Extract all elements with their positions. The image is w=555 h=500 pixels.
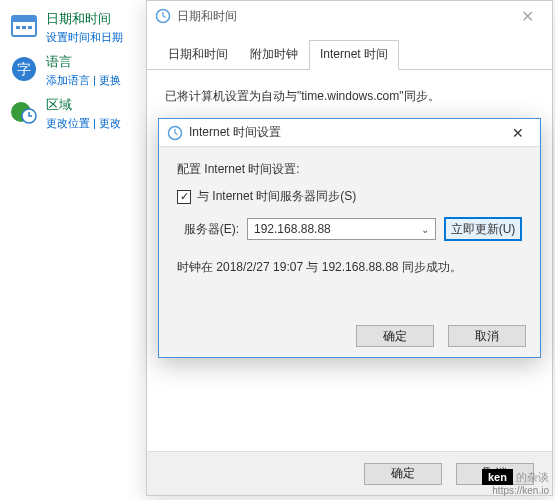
globe-clock-icon: [8, 96, 40, 128]
watermark-text: 的杂谈: [513, 471, 549, 483]
ok-button[interactable]: 确定: [364, 463, 442, 485]
clock-icon: [167, 125, 183, 141]
watermark-url: https://ken.io: [482, 485, 549, 496]
tab-content: 已将计算机设置为自动与"time.windows.com"同步。: [147, 70, 552, 105]
svg-rect-2: [16, 26, 20, 29]
control-panel-categories: 日期和时间 设置时间和日期 字 语言 添加语言 | 更换 区域 更改位置 | 更…: [8, 10, 143, 139]
cancel-button[interactable]: 取消: [448, 325, 526, 347]
tab-datetime[interactable]: 日期和时间: [157, 40, 239, 70]
sidebar-item-datetime[interactable]: 日期和时间 设置时间和日期: [8, 10, 143, 45]
inner-dialog-title: Internet 时间设置: [189, 124, 281, 141]
sync-info-text: 已将计算机设置为自动与"time.windows.com"同步。: [165, 88, 534, 105]
server-combobox[interactable]: 192.168.88.88 ⌄: [247, 218, 436, 240]
svg-rect-4: [28, 26, 32, 29]
sidebar-item-language[interactable]: 字 语言 添加语言 | 更换: [8, 53, 143, 88]
sidebar-link[interactable]: 添加语言 | 更换: [46, 73, 121, 88]
update-now-button[interactable]: 立即更新(U): [444, 217, 522, 241]
ok-button[interactable]: 确定: [356, 325, 434, 347]
close-icon[interactable]: ✕: [511, 3, 544, 30]
svg-text:字: 字: [17, 61, 31, 77]
calendar-icon: [8, 10, 40, 42]
internet-time-settings-dialog: Internet 时间设置 ✕ 配置 Internet 时间设置: ✓ 与 In…: [158, 118, 541, 358]
titlebar[interactable]: Internet 时间设置 ✕: [159, 119, 540, 147]
tab-bar: 日期和时间 附加时钟 Internet 时间: [147, 35, 552, 70]
checkbox-label: 与 Internet 时间服务器同步(S): [197, 188, 356, 205]
clock-icon: [155, 8, 171, 24]
sidebar-link[interactable]: 设置时间和日期: [46, 30, 123, 45]
svg-rect-3: [22, 26, 26, 29]
sidebar-title: 语言: [46, 53, 121, 71]
titlebar[interactable]: 日期和时间 ✕: [147, 1, 552, 31]
tab-additional-clocks[interactable]: 附加时钟: [239, 40, 309, 70]
dialog-title: 日期和时间: [177, 8, 237, 25]
sidebar-link[interactable]: 更改位置 | 更改: [46, 116, 121, 131]
sync-checkbox-row[interactable]: ✓ 与 Internet 时间服务器同步(S): [177, 188, 522, 205]
sidebar-item-region[interactable]: 区域 更改位置 | 更改: [8, 96, 143, 131]
configure-label: 配置 Internet 时间设置:: [177, 161, 522, 178]
language-icon: 字: [8, 53, 40, 85]
sidebar-title: 日期和时间: [46, 10, 123, 28]
close-icon[interactable]: ✕: [504, 123, 532, 143]
server-value: 192.168.88.88: [254, 222, 331, 236]
svg-rect-1: [12, 16, 36, 22]
tab-internet-time[interactable]: Internet 时间: [309, 40, 399, 70]
checkbox-icon[interactable]: ✓: [177, 190, 191, 204]
sync-status-text: 时钟在 2018/2/27 19:07 与 192.168.88.88 同步成功…: [177, 259, 522, 276]
chevron-down-icon[interactable]: ⌄: [421, 224, 429, 235]
sidebar-title: 区域: [46, 96, 121, 114]
watermark: ken 的杂谈 https://ken.io: [482, 469, 549, 496]
server-label: 服务器(E):: [177, 221, 239, 238]
watermark-badge: ken: [482, 469, 513, 485]
